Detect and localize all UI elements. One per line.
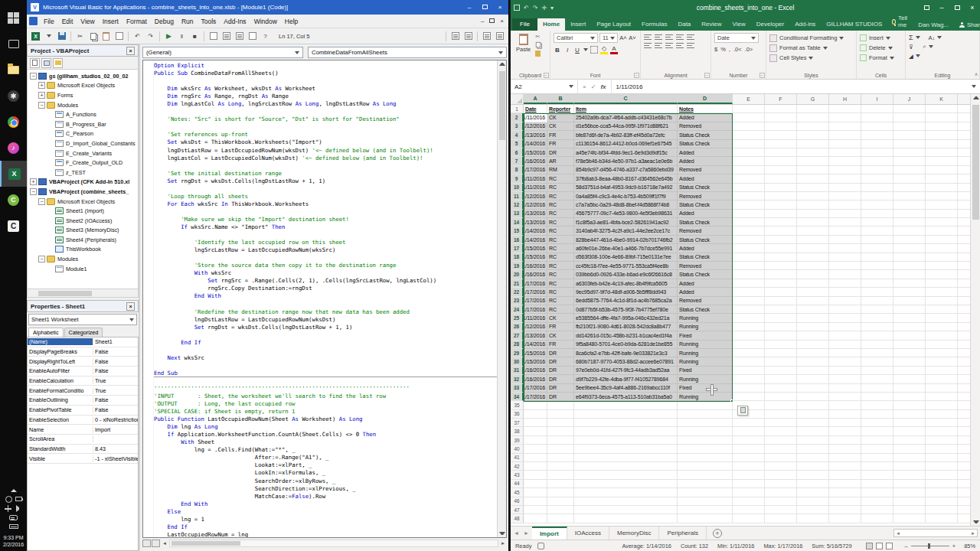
cell-F16[interactable] xyxy=(765,236,797,244)
code-line[interactable]: Public Sub CombineDataFromAllSheets() xyxy=(154,70,497,77)
cell-B15[interactable]: RC xyxy=(547,227,574,235)
cell-I15[interactable] xyxy=(861,227,893,235)
menu-item-tools[interactable]: Tools xyxy=(197,16,220,27)
code-line[interactable]: Public Function LastOccupiedRowNum(Sheet… xyxy=(154,416,497,423)
cell-B21[interactable]: RC xyxy=(547,279,574,288)
cell-B36[interactable] xyxy=(547,410,574,419)
cell-C27[interactable]: dd14261d-015c-458b-b231-b1cac4ed1f4a xyxy=(574,331,678,340)
cell-H27[interactable] xyxy=(829,331,861,340)
tell-me-box[interactable]: Tell me xyxy=(887,15,913,31)
code-line[interactable]: With wksSrc xyxy=(154,269,497,277)
row-header-28[interactable]: 28 xyxy=(511,341,524,349)
code-line[interactable]: Set rngDst = wksDst.Cells(lngDstLastRow … xyxy=(154,178,497,185)
cell-L34[interactable] xyxy=(958,393,970,401)
cell-G28[interactable] xyxy=(797,341,829,349)
project-tree-item[interactable]: −Modules xyxy=(28,254,138,264)
cell-A22[interactable]: 1/17/2016 xyxy=(524,288,547,296)
cell-D9[interactable]: Added xyxy=(678,174,733,183)
cell-I28[interactable] xyxy=(861,341,893,349)
cell-E42[interactable] xyxy=(733,462,765,471)
code-line[interactable]: 'Redefine the destination range now that… xyxy=(154,308,497,316)
cell-H7[interactable] xyxy=(829,157,861,165)
code-line[interactable]: 'Make sure we skip the "Import" destinat… xyxy=(154,216,497,223)
cell-J6[interactable] xyxy=(893,148,926,157)
taskbar-clock[interactable]: 9:33 PM 2/2/2016 xyxy=(3,534,24,548)
cell-G20[interactable] xyxy=(797,270,829,279)
cell-K27[interactable] xyxy=(926,331,958,340)
cell-G7[interactable] xyxy=(797,157,829,165)
font-name-combo[interactable]: Calibri xyxy=(554,33,598,43)
cell-H12[interactable] xyxy=(829,201,861,209)
cell-K42[interactable] xyxy=(926,462,958,471)
row-header-2[interactable]: 2 xyxy=(511,113,524,122)
cell-B26[interactable]: FR xyxy=(547,323,574,331)
row-header-36[interactable]: 36 xyxy=(511,410,524,419)
code-line[interactable]: SearchOrder:=xlByRows, _ xyxy=(154,478,497,485)
cell-K45[interactable] xyxy=(926,488,958,497)
cell-L2[interactable] xyxy=(958,113,970,122)
cell-I27[interactable] xyxy=(861,331,893,340)
format-painter-button[interactable] xyxy=(535,50,543,57)
row-header-11[interactable]: 11 xyxy=(511,192,524,201)
cell-J9[interactable] xyxy=(893,174,926,183)
row-header-40[interactable]: 40 xyxy=(511,445,524,453)
code-line[interactable] xyxy=(154,231,497,239)
cell-G42[interactable] xyxy=(797,462,829,471)
code-line[interactable]: End If xyxy=(154,523,497,531)
property-row[interactable]: NameImport xyxy=(28,425,138,435)
cell-H8[interactable] xyxy=(829,166,861,174)
cell-J1[interactable] xyxy=(893,105,926,113)
row-header-5[interactable]: 5 xyxy=(511,140,524,148)
align-top-icon[interactable] xyxy=(644,34,652,41)
comma-style-button[interactable]: , xyxy=(729,46,730,53)
cell-D42[interactable] xyxy=(678,462,733,471)
cell-G15[interactable] xyxy=(797,227,829,235)
cell-F30[interactable] xyxy=(765,357,797,366)
project-tree-item[interactable]: Sheet2 (IOAccess) xyxy=(28,216,138,226)
ribbon-tab-file[interactable]: File xyxy=(512,18,537,31)
cell-J35[interactable] xyxy=(893,401,926,409)
cell-F34[interactable] xyxy=(765,393,797,401)
cell-H28[interactable] xyxy=(829,341,861,349)
touch-keyboard-icon[interactable] xyxy=(9,524,18,529)
cell-H42[interactable] xyxy=(829,462,861,471)
column-header-A[interactable]: A xyxy=(524,94,547,104)
column-header-F[interactable]: F xyxy=(765,94,797,104)
cell-I6[interactable] xyxy=(861,148,893,157)
cell-G1[interactable] xyxy=(797,105,829,113)
project-tree-item[interactable]: −Modules xyxy=(28,100,138,110)
cell-K3[interactable] xyxy=(926,122,958,131)
settings-tray-icon[interactable] xyxy=(5,496,12,503)
cell-J44[interactable] xyxy=(893,480,926,488)
project-tree-item[interactable]: B_Progress_Bar xyxy=(28,119,138,129)
cell-F48[interactable] xyxy=(765,514,797,523)
cell-I19[interactable] xyxy=(861,262,893,270)
cell-E31[interactable] xyxy=(733,367,765,375)
menu-item-addins[interactable]: Add-Ins xyxy=(220,16,250,27)
cell-L32[interactable] xyxy=(958,375,970,383)
cell-C29[interactable]: 8ca6cfa2-e7bb-42ff-bafe-9e033821e3c3 xyxy=(574,349,678,357)
cell-B41[interactable] xyxy=(547,454,574,462)
tree-expander-icon[interactable]: + xyxy=(30,178,37,185)
copy-button[interactable] xyxy=(87,31,99,42)
code-line[interactable]: For Each wksSrc In ThisWorkbook.Workshee… xyxy=(154,201,497,208)
toolbox-button[interactable] xyxy=(247,31,258,42)
property-row[interactable]: (Name)Sheet1 xyxy=(28,337,138,347)
cell-H31[interactable] xyxy=(829,367,861,375)
row-header-47[interactable]: 47 xyxy=(511,506,524,514)
cell-D40[interactable] xyxy=(678,445,733,453)
property-value[interactable]: False xyxy=(93,396,138,403)
cell-K33[interactable] xyxy=(926,384,958,393)
code-line[interactable]: MatchCase:=False).Row xyxy=(154,493,497,500)
new-sheet-button[interactable]: + xyxy=(713,529,722,538)
styles-button-cellstyles[interactable]: Cell Styles xyxy=(769,53,853,63)
code-line[interactable]: With Sheet xyxy=(154,439,497,446)
cell-A45[interactable] xyxy=(524,488,547,497)
cell-J31[interactable] xyxy=(893,367,926,375)
cell-J26[interactable] xyxy=(893,323,926,331)
cell-B47[interactable] xyxy=(547,506,574,514)
cell-G38[interactable] xyxy=(797,427,829,435)
cell-C28[interactable]: 9f5a8480-5701-4ce0-b9da-6281de1be855 xyxy=(574,341,678,349)
cell-I22[interactable] xyxy=(861,288,893,296)
cell-L14[interactable] xyxy=(958,218,970,227)
